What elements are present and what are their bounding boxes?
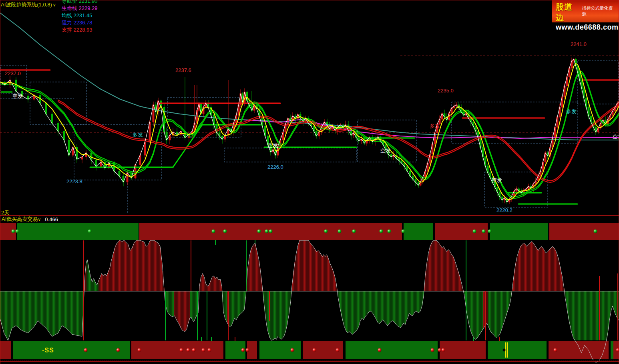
- signal-dot: [192, 348, 196, 352]
- brand-tagline: 指标公式量化资源: [582, 5, 616, 17]
- support-step-line: [173, 125, 202, 167]
- main-price-chart[interactable]: 2237.0空发2223.8多发2237.6空发2226.0空发多发2235.0…: [0, 13, 619, 214]
- signal-dot: [482, 230, 486, 233]
- signal-dot: [378, 348, 382, 352]
- chart-canvas[interactable]: 2237.0空发2223.8多发2237.6空发2226.0空发多发2235.0…: [0, 0, 619, 364]
- signal-band-long: [259, 341, 301, 359]
- close-price-line: [0, 59, 619, 202]
- signal-dot: [16, 230, 19, 233]
- indicator-value-item: 导航价 2231.90: [62, 0, 106, 5]
- chart-annotation: 2226.0: [267, 164, 283, 170]
- signal-dot: [269, 230, 273, 233]
- marker-dot: [503, 349, 506, 352]
- green-band-line: [0, 73, 619, 198]
- signal-dot: [241, 348, 245, 352]
- chart-annotation: 多发: [133, 132, 143, 138]
- chart-annotation: 2237.0: [5, 70, 21, 76]
- signal-dot: [223, 230, 227, 233]
- chart-annotation: 2235.0: [438, 88, 454, 94]
- signal-dot: [265, 230, 269, 233]
- signal-dot: [442, 348, 445, 352]
- signal-dot: [473, 230, 476, 233]
- chart-annotation: 空发: [492, 177, 502, 183]
- chart-annotation: 多发: [566, 108, 577, 114]
- signal-dot: [431, 348, 434, 352]
- chart-annotation: 空发: [267, 142, 278, 148]
- chevron-down-icon[interactable]: ∨: [53, 2, 56, 7]
- sub-indicator-title[interactable]: AI低买高卖交易∨: [2, 216, 41, 223]
- indicator-info-bar: AI波段趋势系统(1,0,8)∨ 压力线 2239.40支撑线 2228.40重…: [1, 0, 111, 9]
- oscillator-bars: [0, 240, 619, 340]
- chart-annotation: 2237.6: [175, 67, 191, 73]
- signal-dot: [352, 230, 356, 233]
- signal-dot: [438, 348, 442, 352]
- chevron-down-icon[interactable]: ∨: [38, 217, 41, 222]
- signal-dot: [380, 230, 383, 233]
- signal-dot: [117, 348, 120, 352]
- signal-dot: [313, 348, 316, 352]
- candles: [4, 58, 619, 204]
- chart-annotation: 空发: [12, 93, 23, 99]
- signal-band-long: [490, 223, 548, 240]
- signal-band-long: [488, 341, 547, 359]
- indicator-value-item: 生命线 2229.29: [62, 5, 106, 12]
- chart-annotation: 2220.2: [496, 207, 512, 213]
- signal-dot: [257, 230, 261, 233]
- signal-dot: [488, 230, 492, 233]
- sub-oscillator-chart[interactable]: -SS: [0, 223, 619, 362]
- signal-band-short: [440, 341, 486, 359]
- signal-dot: [88, 230, 92, 233]
- red-band-line: [58, 102, 619, 182]
- signal-dot: [246, 348, 249, 352]
- signal-dot: [402, 230, 405, 233]
- signal-band-long: [17, 223, 139, 240]
- signal-dot: [291, 348, 294, 352]
- signal-dot: [336, 348, 340, 352]
- signal-dot: [388, 230, 391, 233]
- indicator-values: 压力线 2239.40支撑线 2228.40重心线 2233.14697导航价 …: [62, 0, 111, 34]
- signal-band-short: [435, 223, 488, 240]
- channel-box: [224, 148, 356, 162]
- sell-signal-label: -SS: [42, 347, 54, 354]
- indicator-value-item: 阻力 2236.78: [62, 19, 106, 26]
- signal-dot: [338, 230, 342, 233]
- chart-annotation: 2223.8: [66, 178, 82, 184]
- signal-band-long: [346, 341, 438, 359]
- signal-band-short: [549, 223, 619, 240]
- signal-dot: [554, 348, 557, 352]
- signal-dot: [202, 348, 205, 352]
- channel-box: [74, 124, 161, 180]
- indicator-value-item: 均线 2231.45: [62, 12, 106, 19]
- green-band-line: [0, 71, 619, 197]
- signal-dot: [138, 348, 141, 352]
- chart-annotation: 空发: [380, 148, 391, 154]
- brand-url: www.de6688.com: [556, 23, 616, 32]
- signal-band-long: [13, 341, 130, 359]
- chart-annotation: 2241.0: [571, 41, 587, 47]
- sub-indicator-header: AI低买高卖交易∨ 0.466: [2, 216, 58, 222]
- chart-annotation: 多发: [430, 123, 440, 129]
- signal-band-long: [611, 341, 613, 359]
- main-indicator-name: AI波段趋势系统(1,0,8): [1, 2, 52, 8]
- signal-band-long: [404, 223, 433, 240]
- highlight-mark: [507, 342, 508, 358]
- indicator-value-item: 支撑 2228.93: [62, 26, 106, 34]
- signal-dot: [187, 348, 190, 352]
- signal-dot: [324, 230, 328, 233]
- signal-band-short: [0, 341, 11, 359]
- signal-dot: [180, 348, 183, 352]
- signal-dot: [208, 348, 211, 352]
- trading-app-window: { "top_bar": { "title": "AI波段趋势系统(1,0,8)…: [0, 0, 619, 364]
- brand-logo: 股道边: [556, 2, 580, 23]
- signal-dot: [594, 230, 597, 233]
- chart-annotation: 空发: [613, 134, 619, 140]
- brand-banner[interactable]: 股道边 指标公式量化资源 www.de6688.com: [552, 0, 619, 22]
- signal-dot: [212, 230, 215, 233]
- sub-indicator-value: 0.466: [45, 216, 58, 222]
- signal-dot: [84, 348, 88, 352]
- signal-band-short: [549, 341, 609, 359]
- signal-dot: [12, 230, 15, 233]
- main-indicator-title[interactable]: AI波段趋势系统(1,0,8)∨: [1, 1, 56, 8]
- sub-indicator-name: AI低买高卖交易: [2, 216, 38, 222]
